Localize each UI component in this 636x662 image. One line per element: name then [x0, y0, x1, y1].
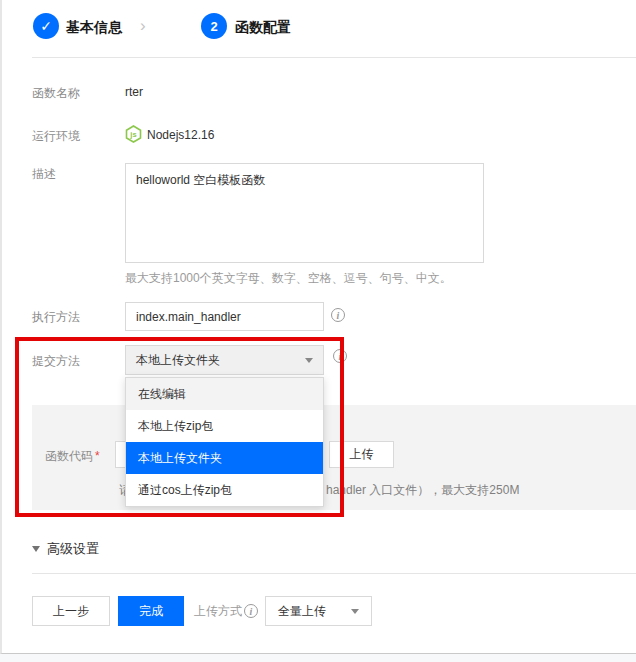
header-divider	[32, 57, 636, 58]
code-hint-suffix: handler 入口文件），最大支持250M	[326, 482, 519, 499]
description-textarea[interactable]: helloworld 空白模板函数	[125, 163, 484, 263]
previous-step-button[interactable]: 上一步	[32, 596, 110, 626]
done-button[interactable]: 完成	[118, 596, 184, 626]
step-2-circle: 2	[201, 13, 227, 39]
menu-item-cos-zip[interactable]: 通过cos上传zip包	[126, 474, 323, 506]
menu-item-upload-zip[interactable]: 本地上传zip包	[126, 410, 323, 442]
submit-method-select[interactable]: 本地上传文件夹	[125, 345, 324, 375]
handler-input[interactable]	[125, 302, 324, 331]
step-2-label: 函数配置	[235, 19, 291, 37]
function-code-label: 函数代码*	[45, 448, 100, 465]
description-label: 描述	[32, 166, 56, 183]
submit-method-value: 本地上传文件夹	[136, 353, 220, 367]
triangle-down-icon	[32, 546, 40, 552]
handler-label: 执行方法	[32, 309, 80, 326]
runtime-label: 运行环境	[32, 128, 80, 145]
nodejs-icon: js	[125, 125, 142, 147]
required-asterisk: *	[95, 449, 100, 463]
content-panel: ✓ 基本信息 › 2 函数配置 函数名称 rter 运行环境 js Nodejs…	[0, 0, 636, 654]
menu-item-upload-folder[interactable]: 本地上传文件夹	[126, 442, 323, 474]
description-hint: 最大支持1000个英文字母、数字、空格、逗号、句号、中文。	[125, 270, 452, 287]
runtime-value: Nodejs12.16	[147, 128, 214, 142]
upload-mode-label-text: 上传方式	[194, 603, 242, 620]
advanced-settings-label: 高级设置	[47, 540, 99, 558]
submit-method-label: 提交方法	[32, 353, 80, 370]
upload-mode-select[interactable]: 全量上传	[265, 596, 372, 626]
upload-button[interactable]: 上传	[329, 441, 394, 468]
step-1-label: 基本信息	[66, 19, 122, 37]
step-2-number: 2	[210, 19, 217, 34]
menu-item-online-edit[interactable]: 在线编辑	[126, 378, 323, 410]
caret-down-icon	[351, 609, 359, 614]
check-icon: ✓	[40, 18, 52, 34]
nodejs-icon-text: js	[129, 130, 136, 139]
handler-info-icon[interactable]: i	[331, 308, 345, 322]
function-name-value: rter	[125, 85, 143, 99]
submit-method-info-icon[interactable]: i	[333, 349, 347, 363]
footer-divider	[32, 573, 636, 574]
chevron-right-icon: ›	[140, 16, 146, 36]
caret-down-icon	[305, 358, 313, 363]
function-name-label: 函数名称	[32, 85, 80, 102]
function-code-label-text: 函数代码	[45, 449, 93, 463]
upload-mode-value: 全量上传	[278, 604, 326, 618]
step-1-circle[interactable]: ✓	[33, 13, 59, 39]
submit-method-dropdown: 在线编辑 本地上传zip包 本地上传文件夹 通过cos上传zip包	[125, 377, 324, 507]
upload-mode-label: 上传方式 i	[194, 596, 258, 626]
advanced-settings-toggle[interactable]: 高级设置	[32, 540, 99, 558]
upload-mode-info-icon[interactable]: i	[244, 604, 258, 618]
